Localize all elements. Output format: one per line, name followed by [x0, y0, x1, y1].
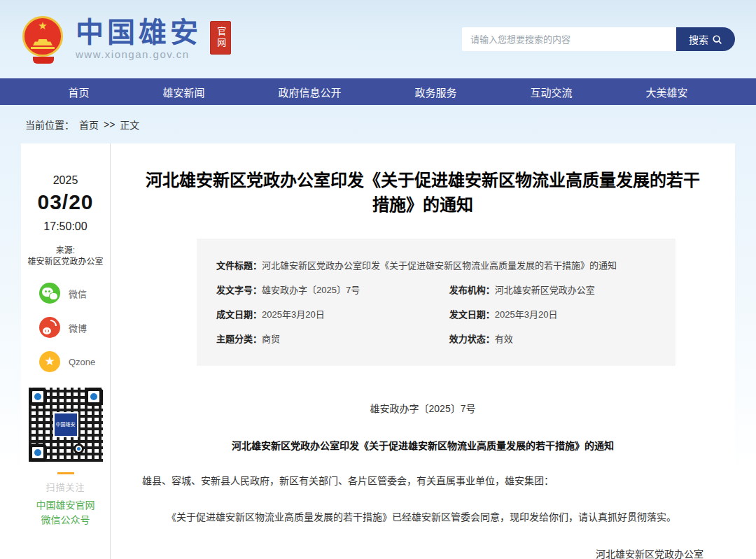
publish-time: 17:50:00 — [21, 220, 110, 233]
search-bar: 搜索 — [462, 27, 735, 51]
body-paragraph-notice: 《关于促进雄安新区物流业高质量发展的若干措施》已经雄安新区管委会同意，现印发给你… — [142, 510, 704, 525]
nav-item-beautiful-xiongan[interactable]: 大美雄安 — [645, 85, 687, 99]
qr-center-logo: 中国雄安 — [53, 412, 78, 437]
qr-finder-bottom-left — [29, 444, 47, 462]
emblem-circle: ★ — [22, 16, 63, 57]
breadcrumb-home-link[interactable]: 首页 — [79, 118, 99, 132]
qr-divider — [57, 472, 74, 474]
search-icon — [712, 34, 722, 45]
breadcrumb-prefix: 当前位置： — [25, 118, 74, 132]
qr-account-name: 中国雄安官网 微信公众号 — [21, 498, 110, 527]
article-title: 河北雄安新区党政办公室印发《关于促进雄安新区物流业高质量发展的若干措施》的通知 — [142, 169, 704, 218]
main-navigation: 首页 雄安新闻 政府信息公开 政务服务 互动交流 大美雄安 — [0, 78, 756, 105]
body-heading: 河北雄安新区党政办公室印发《关于促进雄安新区物流业高质量发展的若干措施》的通知 — [142, 438, 704, 452]
meta-value-issuing-org: 河北雄安新区党政办公室 — [495, 283, 595, 296]
qr-finder-top-left — [29, 388, 47, 406]
publish-year: 2025 — [21, 174, 110, 187]
search-button[interactable]: 搜索 — [676, 27, 735, 51]
article-sidebar: 2025 03/20 17:50:00 来源: 雄安新区党政办公室 微信 微博 … — [21, 143, 111, 559]
meta-row: 成文日期： 2025年3月20日 发文日期： 2025年3月20日 — [216, 307, 656, 320]
qr-caption: 扫描关注 — [21, 480, 110, 493]
share-wechat-label: 微信 — [69, 287, 87, 300]
search-input[interactable] — [462, 27, 676, 51]
meta-value-written-date: 2025年3月20日 — [262, 307, 325, 320]
meta-value-doc-title: 河北雄安新区党政办公室印发《关于促进雄安新区物流业高质量发展的若干措施》的通知 — [262, 258, 617, 271]
star-icon: ★ — [24, 20, 61, 31]
meta-label-issuing-org: 发布机构： — [449, 283, 495, 296]
signature-org: 河北雄安新区党政办公室 — [142, 546, 704, 559]
share-weibo-button[interactable]: 微博 — [39, 317, 110, 338]
share-weibo-label: 微博 — [69, 321, 87, 334]
publish-date: 03/20 — [21, 190, 110, 214]
document-meta-box: 文件标题： 河北雄安新区党政办公室印发《关于促进雄安新区物流业高质量发展的若干措… — [197, 239, 676, 366]
national-emblem-logo: ★ — [21, 15, 66, 64]
share-qzone-label: Qzone — [69, 357, 95, 367]
qr-finder-top-right — [85, 388, 103, 406]
tiananmen-icon — [33, 39, 52, 45]
meta-label-doc-number: 发文字号： — [216, 283, 262, 296]
body-paragraph-recipients: 雄县、容城、安新县人民政府，新区有关部门、各片区管委会，有关直属事业单位，雄安集… — [142, 474, 704, 488]
emblem-ribbon — [33, 57, 54, 64]
meta-row: 主题分类： 商贸 效力状态： 有效 — [216, 332, 656, 345]
nav-item-news[interactable]: 雄安新闻 — [162, 85, 204, 99]
wechat-qr-code: 中国雄安 — [27, 385, 105, 464]
nav-item-gov-info[interactable]: 政府信息公开 — [278, 85, 341, 99]
meta-value-doc-number: 雄安政办字〔2025〕7号 — [262, 283, 360, 296]
meta-label-doc-title: 文件标题： — [216, 258, 262, 271]
meta-label-written-date: 成文日期： — [216, 307, 262, 320]
breadcrumb-current: 正文 — [120, 118, 139, 132]
meta-value-issue-date: 2025年3月20日 — [495, 307, 558, 320]
weibo-icon — [39, 317, 60, 338]
breadcrumb-separator: >> — [104, 119, 115, 130]
qzone-star-icon: ★ — [39, 351, 60, 372]
share-qzone-button[interactable]: ★ Qzone — [39, 351, 110, 372]
document-number: 雄安政办字〔2025〕7号 — [142, 401, 704, 415]
nav-item-interaction[interactable]: 互动交流 — [530, 85, 572, 99]
qr-alignment-marker — [74, 444, 84, 454]
meta-row: 文件标题： 河北雄安新区党政办公室印发《关于促进雄安新区物流业高质量发展的若干措… — [216, 258, 656, 271]
nav-item-home[interactable]: 首页 — [68, 85, 89, 99]
meta-value-validity-status: 有效 — [495, 332, 513, 345]
nav-item-services[interactable]: 政务服务 — [414, 85, 456, 99]
site-header: ★ 中国雄安 www.xiongan.gov.cn 官网 搜索 — [0, 0, 756, 78]
meta-label-issue-date: 发文日期： — [449, 307, 495, 320]
site-logo[interactable]: 中国雄安 www.xiongan.gov.cn — [76, 18, 202, 60]
site-name: 中国雄安 — [76, 18, 202, 46]
official-site-seal: 官网 — [210, 21, 231, 55]
article-source: 来源: 雄安新区党政办公室 — [21, 245, 110, 267]
share-wechat-button[interactable]: 微信 — [39, 283, 110, 304]
source-label: 来源: — [56, 246, 75, 255]
meta-label-validity-status: 效力状态： — [449, 332, 495, 345]
breadcrumb: 当前位置： 首页 >> 正文 — [0, 105, 756, 143]
share-panel: 微信 微博 ★ Qzone — [21, 283, 110, 372]
meta-value-topic-category: 商贸 — [262, 332, 280, 345]
content-card: 2025 03/20 17:50:00 来源: 雄安新区党政办公室 微信 微博 … — [21, 143, 735, 559]
wechat-icon — [39, 283, 60, 304]
search-button-label: 搜索 — [689, 32, 708, 46]
meta-label-topic-category: 主题分类： — [216, 332, 262, 345]
meta-row: 发文字号： 雄安政办字〔2025〕7号 发布机构： 河北雄安新区党政办公室 — [216, 283, 656, 296]
site-url: www.xiongan.gov.cn — [76, 48, 202, 60]
article-main: 河北雄安新区党政办公室印发《关于促进雄安新区物流业高质量发展的若干措施》的通知 … — [111, 143, 735, 559]
source-value: 雄安新区党政办公室 — [27, 257, 103, 267]
